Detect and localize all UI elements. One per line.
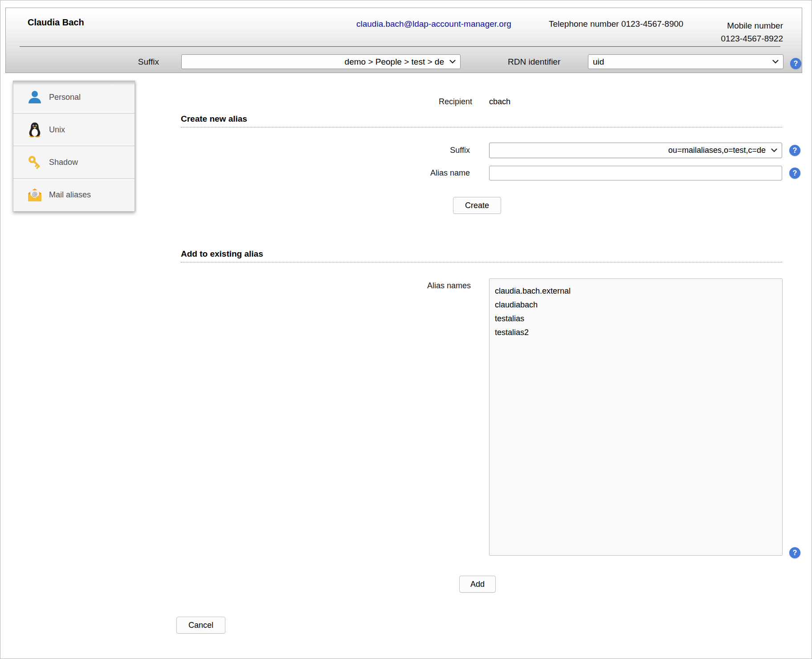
account-email-link[interactable]: claudia.bach@ldap-account-manager.org [356,19,511,29]
account-header: Claudia Bach claudia.bach@ldap-account-m… [5,8,802,73]
rdn-identifier-select[interactable]: uid [588,54,783,69]
alias-option[interactable]: testalias2 [490,326,782,340]
add-button[interactable]: Add [459,576,496,593]
recipient-label: Recipient [383,97,472,106]
rdn-identifier-value: uid [593,57,767,67]
alias-name-label: Alias name [381,166,470,180]
alias-suffix-select[interactable]: ou=mailaliases,o=test,c=de [489,143,782,158]
section-title-create-new-alias: Create new alias [181,114,247,124]
alias-name-input[interactable] [489,166,782,180]
alias-suffix-label: Suffix [381,143,470,158]
account-name: Claudia Bach [28,17,84,28]
module-tab-list: Personal Unix [13,81,135,212]
mobile-info: Mobile number 0123-4567-8922 [721,19,783,45]
mail-envelope-icon: @ [27,187,43,203]
create-button[interactable]: Create [453,197,501,214]
help-icon[interactable]: ? [789,145,800,156]
section-divider [181,262,782,262]
cancel-button[interactable]: Cancel [176,617,225,634]
suffix-label: Suffix [68,54,159,69]
help-icon[interactable]: ? [789,168,800,179]
telephone-number: 0123-4567-8900 [621,19,683,29]
help-icon[interactable]: ? [790,58,801,69]
telephone-label: Telephone number [549,19,619,29]
rdn-identifier-label: RDN identifier [508,54,560,69]
help-icon[interactable]: ? [789,547,800,558]
tab-unix[interactable]: Unix [13,114,135,146]
chevron-down-icon [771,148,777,152]
tab-label: Unix [49,125,65,135]
section-title-add-to-existing-alias: Add to existing alias [181,249,263,259]
tab-mail-aliases[interactable]: @ Mail aliases [13,179,135,211]
tab-label: Mail aliases [49,190,91,200]
alias-names-listbox[interactable]: claudia.bach.external claudiabach testal… [489,278,783,556]
telephone-info: Telephone number 0123-4567-8900 [549,19,683,29]
person-icon [27,89,43,105]
svg-text:@: @ [32,191,37,197]
alias-option[interactable]: testalias [490,312,782,326]
mobile-number: 0123-4567-8922 [721,32,783,45]
alias-option[interactable]: claudiabach [490,298,782,312]
tab-label: Personal [49,93,81,102]
key-icon [27,154,43,170]
header-divider [20,46,780,47]
recipient-value: cbach [489,97,510,106]
alias-option[interactable]: claudia.bach.external [490,284,782,298]
tab-personal[interactable]: Personal [13,81,135,114]
section-divider [181,127,782,127]
alias-suffix-value: ou=mailaliases,o=test,c=de [668,146,766,155]
tree-suffix-select[interactable]: demo > People > test > de [181,54,461,69]
mobile-label: Mobile number [721,19,783,32]
tree-suffix-value: demo > People > test > de [345,57,444,67]
tab-label: Shadow [49,158,78,167]
tux-penguin-icon [27,122,43,138]
alias-names-label: Alias names [382,281,471,291]
chevron-down-icon [449,60,456,64]
lam-mail-aliases-page: Claudia Bach claudia.bach@ldap-account-m… [0,0,812,659]
tab-shadow[interactable]: Shadow [13,146,135,179]
chevron-down-icon [772,60,779,64]
